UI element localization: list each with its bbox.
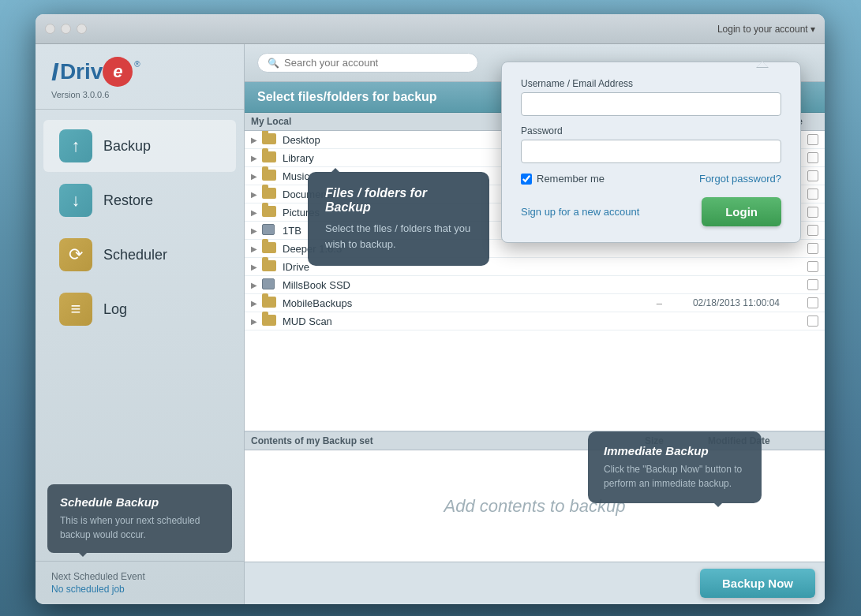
folder-icon — [262, 260, 278, 273]
login-button[interactable]: Login — [702, 197, 781, 226]
username-label: Username / Email Address — [521, 78, 781, 89]
logo-registered: ® — [134, 60, 140, 69]
log-label: Log — [103, 301, 127, 318]
traffic-lights — [45, 24, 87, 34]
file-checkbox[interactable] — [807, 243, 818, 254]
backup-now-bar: Backup Now — [245, 562, 825, 604]
username-input[interactable] — [521, 92, 781, 116]
search-icon: 🔍 — [268, 58, 279, 69]
logo-i: I — [51, 58, 58, 87]
backup-tooltip-body: Click the "Backup Now" button to perform… — [604, 462, 746, 491]
file-row[interactable]: ▶ MUD Scan — [245, 312, 825, 330]
expander-icon[interactable]: ▶ — [251, 190, 262, 199]
restore-icon: ↓ — [59, 184, 92, 217]
remember-me-text: Remember me — [537, 173, 605, 185]
file-row[interactable]: ▶ MillsBook SSD — [245, 276, 825, 294]
sidebar-item-scheduler[interactable]: ⟳ Scheduler — [43, 229, 236, 281]
folder-icon — [262, 170, 278, 182]
minimize-button[interactable] — [61, 24, 71, 34]
expander-icon[interactable]: ▶ — [251, 299, 262, 308]
folder-icon — [262, 315, 278, 327]
expander-icon[interactable]: ▶ — [251, 245, 262, 253]
next-scheduled-label: Next Scheduled Event — [51, 571, 228, 582]
login-dropdown: Username / Email Address Password Rememb… — [501, 62, 801, 243]
file-checkbox[interactable] — [807, 315, 818, 327]
schedule-tooltip: Schedule Backup This is when your next s… — [47, 484, 232, 553]
scheduler-label: Scheduler — [103, 247, 167, 263]
forgot-password-link[interactable]: Forgot password? — [699, 173, 781, 185]
login-options-row: Remember me Forgot password? — [521, 173, 781, 185]
folder-icon — [262, 297, 278, 309]
expander-icon[interactable]: ▶ — [251, 136, 262, 144]
next-scheduled: Next Scheduled Event No scheduled job — [36, 561, 244, 604]
files-tooltip-body: Select the files / folders that you wish… — [325, 221, 472, 252]
maximize-button[interactable] — [77, 24, 87, 34]
folder-icon — [262, 188, 278, 200]
logo-area: I Driv e ® Version 3.0.0.6 — [36, 44, 244, 110]
close-button[interactable] — [45, 24, 55, 34]
file-checkbox[interactable] — [807, 134, 818, 145]
file-checkbox[interactable] — [807, 189, 818, 200]
folder-icon — [262, 242, 278, 255]
backup-tooltip-title: Immediate Backup — [604, 444, 746, 457]
sidebar-item-restore[interactable]: ↓ Restore — [43, 174, 236, 226]
signup-link[interactable]: Sign up for a new account — [521, 206, 639, 218]
file-checkbox[interactable] — [807, 170, 818, 181]
file-checkbox[interactable] — [807, 297, 818, 308]
files-tooltip: Files / folders for Backup Select the fi… — [308, 172, 489, 266]
sidebar-item-backup[interactable]: ↑ Backup — [43, 120, 236, 172]
backup-label: Backup — [103, 138, 151, 155]
expander-icon[interactable]: ▶ — [251, 317, 262, 326]
logo: I Driv e ® — [51, 57, 228, 87]
file-checkbox[interactable] — [807, 279, 818, 290]
folder-icon — [262, 133, 278, 146]
password-input[interactable] — [521, 140, 781, 163]
file-checkbox[interactable] — [807, 225, 818, 236]
search-input[interactable] — [284, 57, 468, 69]
title-bar: Login to your account ▾ — [36, 14, 825, 44]
next-scheduled-value[interactable]: No scheduled job — [51, 584, 228, 595]
remember-me-label: Remember me — [521, 173, 605, 185]
login-account-button[interactable]: Login to your account ▾ — [717, 24, 815, 35]
backup-tooltip: Immediate Backup Click the "Backup Now" … — [588, 431, 762, 503]
expander-icon[interactable]: ▶ — [251, 172, 262, 181]
password-label: Password — [521, 125, 781, 136]
file-row[interactable]: ▶ MobileBackups – 02/18/2013 11:00:04 — [245, 294, 825, 312]
log-icon: ≡ — [59, 293, 92, 326]
folder-icon — [262, 206, 278, 218]
folder-icon — [262, 151, 278, 164]
file-checkbox[interactable] — [807, 152, 818, 163]
schedule-tooltip-body: This is when your next scheduled backup … — [60, 513, 219, 542]
restore-label: Restore — [103, 192, 153, 209]
expander-icon[interactable]: ▶ — [251, 226, 262, 235]
logo-drive: Driv — [60, 59, 103, 84]
hdd-icon — [262, 224, 278, 237]
backup-now-button[interactable]: Backup Now — [700, 569, 815, 598]
dash: – — [657, 297, 662, 309]
main-window: Login to your account ▾ I Driv e ® Versi… — [36, 14, 825, 604]
expander-icon[interactable]: ▶ — [251, 281, 262, 289]
scheduler-icon: ⟳ — [59, 238, 92, 271]
sidebar-item-log[interactable]: ≡ Log — [43, 283, 236, 335]
file-name: MillsBook SSD — [283, 279, 807, 291]
backup-icon: ↑ — [59, 129, 92, 162]
search-box: 🔍 — [257, 53, 478, 73]
file-name: MUD Scan — [283, 315, 807, 327]
file-checkbox[interactable] — [807, 261, 818, 272]
file-checkbox[interactable] — [807, 207, 818, 218]
file-name: MobileBackups — [283, 297, 657, 309]
logo-e-circle: e — [103, 57, 133, 87]
hdd-icon — [262, 278, 278, 291]
file-date: 02/18/2013 11:00:04 — [665, 297, 807, 308]
expander-icon[interactable]: ▶ — [251, 154, 262, 162]
remember-me-checkbox[interactable] — [521, 174, 532, 185]
bottom-col-name: Contents of my Backup set — [251, 435, 645, 446]
sidebar: I Driv e ® Version 3.0.0.6 ↑ Backup ↓ Re… — [36, 44, 245, 604]
files-tooltip-title: Files / folders for Backup — [325, 186, 472, 215]
login-bottom: Sign up for a new account Login — [521, 197, 781, 226]
expander-icon[interactable]: ▶ — [251, 208, 262, 217]
expander-icon[interactable]: ▶ — [251, 263, 262, 271]
schedule-tooltip-title: Schedule Backup — [60, 495, 219, 509]
nav-items: ↑ Backup ↓ Restore ⟳ Scheduler ≡ Log — [36, 110, 244, 476]
version-text: Version 3.0.0.6 — [51, 90, 228, 99]
